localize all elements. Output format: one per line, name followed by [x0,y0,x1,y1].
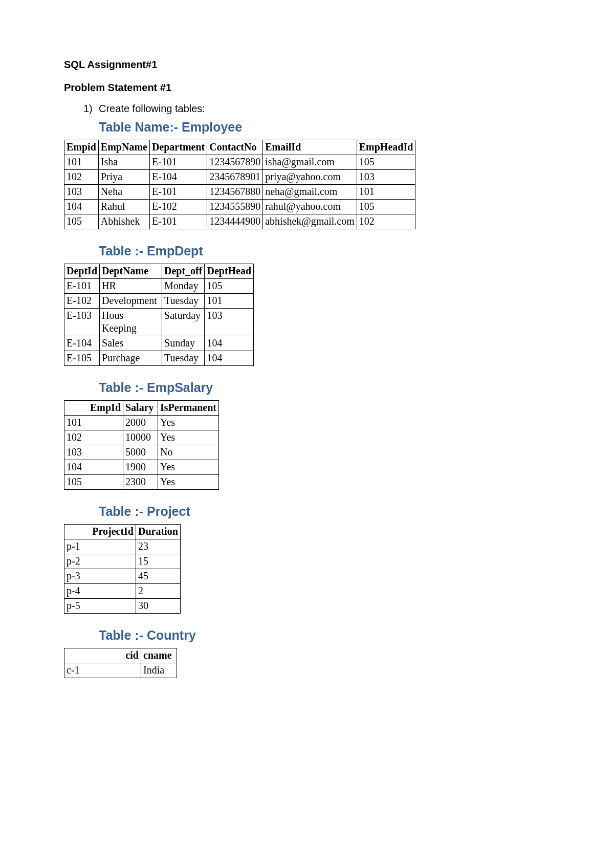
cell: 2000 [123,416,158,430]
cell: India [141,663,177,678]
cell: isha@gmail.com [263,155,357,170]
table-header-row: cid cname [64,648,177,663]
cell: Tuesday [162,351,205,366]
cell: 105 [205,279,254,294]
cell: 5000 [123,445,158,460]
table-row: 103NehaE-1011234567880neha@gmail.com101 [64,185,415,200]
cell: Saturday [162,309,205,336]
table-row: 10210000Yes [64,430,219,445]
cell: 1234567890 [207,155,263,170]
cell: Isha [98,155,149,170]
problem-heading: Problem Statement #1 [64,82,550,94]
cell: p-3 [64,569,136,584]
cell: 102 [64,170,99,185]
cell: 1234444900 [207,214,263,229]
cell: 103 [64,185,99,200]
table-row: E-101HRMonday105 [64,279,254,294]
cell: 101 [64,155,99,170]
cell: 103 [64,445,123,460]
col-header: EmpName [98,140,149,155]
cell: Yes [158,460,219,475]
col-header: DeptId [64,264,100,279]
col-header: Duration [136,525,181,539]
table-heading-empdept: Table :- EmpDept [99,244,550,258]
cell: E-104 [64,336,100,351]
cell: E-101 [149,214,207,229]
table-row: 102PriyaE-1042345678901priya@yahoo.com10… [64,170,415,185]
cell: Monday [162,279,205,294]
col-header: EmpHeadId [357,140,415,155]
cell: 45 [136,569,181,584]
table-heading-empsalary: Table :- EmpSalary [99,380,550,395]
page-title: SQL Assignment#1 [64,59,550,71]
list-marker: 1) [83,103,99,115]
cell: 30 [136,599,181,614]
cell: 103 [357,170,415,185]
table-heading-country: Table :- Country [99,628,550,643]
col-header: DeptName [100,264,162,279]
cell: E-105 [64,351,100,366]
col-header: Salary [123,401,158,416]
col-header: EmailId [263,140,357,155]
cell: Neha [98,185,149,200]
cell: Yes [158,475,219,490]
table-row: E-104SalesSunday104 [64,336,254,351]
cell: E-101 [64,279,100,294]
col-header: IsPermanent [158,401,219,416]
col-header: Department [149,140,207,155]
table-header-row: EmpId Salary IsPermanent [64,401,219,416]
cell: Yes [158,430,219,445]
cell: 2300 [123,475,158,490]
cell: 1234567880 [207,185,263,200]
col-header: cname [141,648,177,663]
cell: 15 [136,554,181,569]
table-row: 1041900Yes [64,460,219,475]
cell: 23 [136,539,181,554]
table-row: E-105PurchageTuesday104 [64,351,254,366]
table-row: c-1India [64,663,177,678]
cell: neha@gmail.com [263,185,357,200]
table-header-row: ProjectId Duration [64,525,181,539]
cell: Development [100,294,162,309]
col-header: EmpId [64,401,123,416]
cell: 105 [357,155,415,170]
table-project: ProjectId Duration p-123 p-215 p-345 p-4… [64,524,181,614]
table-country: cid cname c-1India [64,648,177,678]
cell: Tuesday [162,294,205,309]
table-employee: Empid EmpName Department ContactNo Email… [64,140,415,229]
table-row: p-215 [64,554,181,569]
cell: 105 [64,475,123,490]
col-header: DeptHead [205,264,254,279]
cell: Sunday [162,336,205,351]
cell: 102 [64,430,123,445]
table-empdept: DeptId DeptName Dept_off DeptHead E-101H… [64,264,254,366]
cell: 1900 [123,460,158,475]
cell: Priya [98,170,149,185]
cell: E-101 [149,155,207,170]
col-header: ContactNo [207,140,263,155]
col-header: Dept_off [162,264,205,279]
list-text: Create following tables: [99,103,205,115]
cell: c-1 [64,663,141,678]
cell: p-2 [64,554,136,569]
table-row: 101IshaE-1011234567890isha@gmail.com105 [64,155,415,170]
cell: 105 [357,200,415,214]
cell: Hous Keeping [100,309,162,336]
cell: 102 [357,214,415,229]
cell: p-5 [64,599,136,614]
cell: rahul@yahoo.com [263,200,357,214]
cell: Yes [158,416,219,430]
cell: E-102 [64,294,100,309]
table-row: 104RahulE-1021234555890rahul@yahoo.com10… [64,200,415,214]
cell: E-101 [149,185,207,200]
list-item: 1) Create following tables: [83,103,550,115]
table-row: 105AbhishekE-1011234444900abhishek@gmail… [64,214,415,229]
cell: priya@yahoo.com [263,170,357,185]
cell: 1234555890 [207,200,263,214]
table-row: 1035000No [64,445,219,460]
cell: 104 [64,460,123,475]
cell: Rahul [98,200,149,214]
table-row: E-103Hous KeepingSaturday103 [64,309,254,336]
cell: abhishek@gmail.com [263,214,357,229]
cell: 104 [64,200,99,214]
